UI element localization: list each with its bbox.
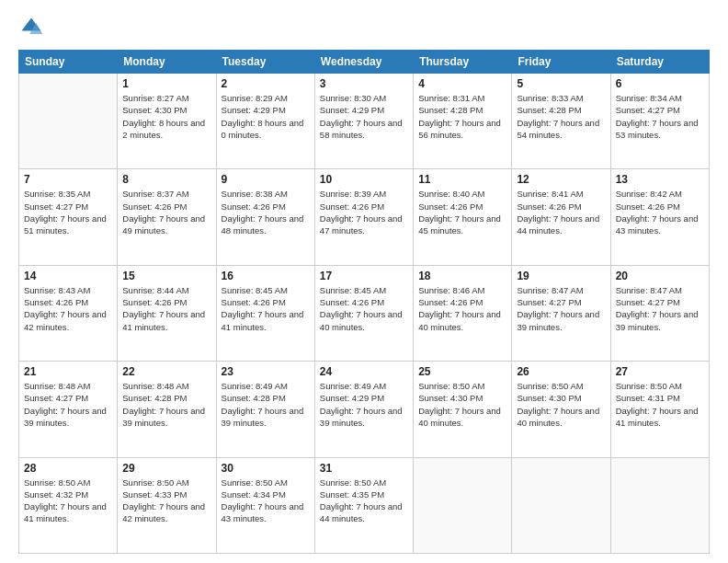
calendar-cell: 7 Sunrise: 8:35 AMSunset: 4:27 PMDayligh… [19,169,118,265]
calendar-cell: 26 Sunrise: 8:50 AMSunset: 4:30 PMDaylig… [512,362,610,457]
calendar-cell: 11 Sunrise: 8:40 AMSunset: 4:26 PMDaylig… [414,169,512,265]
calendar-cell: 3 Sunrise: 8:30 AMSunset: 4:29 PMDayligh… [314,74,413,169]
day-info: Sunrise: 8:45 AMSunset: 4:26 PMDaylight:… [320,284,408,333]
calendar-cell: 24 Sunrise: 8:49 AMSunset: 4:29 PMDaylig… [314,362,413,457]
calendar-week-row: 7 Sunrise: 8:35 AMSunset: 4:27 PMDayligh… [19,169,710,265]
calendar-cell: 17 Sunrise: 8:45 AMSunset: 4:26 PMDaylig… [314,265,413,361]
day-info: Sunrise: 8:50 AMSunset: 4:34 PMDaylight:… [222,477,310,525]
day-number: 11 [418,173,506,186]
day-number: 12 [517,173,605,186]
day-number: 1 [122,77,210,90]
day-info: Sunrise: 8:47 AMSunset: 4:27 PMDaylight:… [616,284,704,333]
calendar-cell: 4 Sunrise: 8:31 AMSunset: 4:28 PMDayligh… [414,74,512,169]
day-info: Sunrise: 8:50 AMSunset: 4:30 PMDaylight:… [418,380,506,429]
logo [18,15,48,40]
day-info: Sunrise: 8:31 AMSunset: 4:28 PMDaylight:… [418,92,506,141]
day-number: 23 [222,365,310,378]
day-number: 31 [320,462,408,475]
calendar-cell: 10 Sunrise: 8:39 AMSunset: 4:26 PMDaylig… [314,169,413,265]
day-info: Sunrise: 8:48 AMSunset: 4:28 PMDaylight:… [122,380,210,429]
calendar-cell: 20 Sunrise: 8:47 AMSunset: 4:27 PMDaylig… [610,265,709,361]
day-info: Sunrise: 8:50 AMSunset: 4:30 PMDaylight:… [517,380,605,429]
day-number: 27 [616,365,704,378]
day-info: Sunrise: 8:27 AMSunset: 4:30 PMDaylight:… [122,92,210,141]
day-number: 28 [24,462,112,475]
calendar-week-row: 21 Sunrise: 8:48 AMSunset: 4:27 PMDaylig… [19,362,710,457]
day-info: Sunrise: 8:39 AMSunset: 4:26 PMDaylight:… [320,188,408,236]
day-info: Sunrise: 8:46 AMSunset: 4:26 PMDaylight:… [418,284,506,333]
day-info: Sunrise: 8:47 AMSunset: 4:27 PMDaylight:… [517,284,605,333]
calendar-cell: 12 Sunrise: 8:41 AMSunset: 4:26 PMDaylig… [512,169,610,265]
calendar-cell: 19 Sunrise: 8:47 AMSunset: 4:27 PMDaylig… [512,265,610,361]
day-info: Sunrise: 8:50 AMSunset: 4:32 PMDaylight:… [24,477,112,525]
day-number: 29 [122,462,210,475]
calendar-header-monday: Monday [118,51,216,74]
day-number: 7 [24,173,112,186]
calendar-header-wednesday: Wednesday [314,51,413,74]
day-info: Sunrise: 8:50 AMSunset: 4:33 PMDaylight:… [122,477,210,525]
day-info: Sunrise: 8:37 AMSunset: 4:26 PMDaylight:… [122,188,210,236]
day-number: 3 [320,77,408,90]
calendar-header-tuesday: Tuesday [216,51,314,74]
day-number: 13 [616,173,704,186]
calendar-header-friday: Friday [512,51,610,74]
calendar-table: SundayMondayTuesdayWednesdayThursdayFrid… [18,50,710,554]
day-number: 9 [222,173,310,186]
calendar-cell: 18 Sunrise: 8:46 AMSunset: 4:26 PMDaylig… [414,265,512,361]
calendar-cell: 25 Sunrise: 8:50 AMSunset: 4:30 PMDaylig… [414,362,512,457]
day-info: Sunrise: 8:41 AMSunset: 4:26 PMDaylight:… [517,188,605,236]
day-number: 25 [418,365,506,378]
day-info: Sunrise: 8:49 AMSunset: 4:29 PMDaylight:… [320,380,408,429]
day-number: 16 [222,270,310,282]
day-number: 14 [24,270,112,282]
day-info: Sunrise: 8:49 AMSunset: 4:28 PMDaylight:… [222,380,310,429]
day-number: 2 [222,77,310,90]
calendar-header-thursday: Thursday [414,51,512,74]
calendar-cell [512,457,610,553]
page: SundayMondayTuesdayWednesdayThursdayFrid… [0,0,728,563]
day-number: 30 [222,462,310,475]
calendar-cell: 28 Sunrise: 8:50 AMSunset: 4:32 PMDaylig… [19,457,118,553]
day-number: 20 [616,270,704,282]
calendar-cell: 13 Sunrise: 8:42 AMSunset: 4:26 PMDaylig… [610,169,709,265]
day-number: 19 [517,270,605,282]
calendar-cell [19,74,118,169]
calendar-cell: 5 Sunrise: 8:33 AMSunset: 4:28 PMDayligh… [512,74,610,169]
day-info: Sunrise: 8:50 AMSunset: 4:31 PMDaylight:… [616,380,704,429]
day-number: 5 [517,77,605,90]
calendar-cell: 8 Sunrise: 8:37 AMSunset: 4:26 PMDayligh… [118,169,216,265]
day-number: 26 [517,365,605,378]
day-info: Sunrise: 8:48 AMSunset: 4:27 PMDaylight:… [24,380,112,429]
day-number: 18 [418,270,506,282]
day-info: Sunrise: 8:38 AMSunset: 4:26 PMDaylight:… [222,188,310,236]
day-info: Sunrise: 8:45 AMSunset: 4:26 PMDaylight:… [222,284,310,333]
day-info: Sunrise: 8:34 AMSunset: 4:27 PMDaylight:… [616,92,704,141]
day-info: Sunrise: 8:35 AMSunset: 4:27 PMDaylight:… [24,188,112,236]
calendar-cell: 6 Sunrise: 8:34 AMSunset: 4:27 PMDayligh… [610,74,709,169]
calendar-header-saturday: Saturday [610,51,709,74]
calendar-cell: 15 Sunrise: 8:44 AMSunset: 4:26 PMDaylig… [118,265,216,361]
calendar-cell: 23 Sunrise: 8:49 AMSunset: 4:28 PMDaylig… [216,362,314,457]
calendar-cell: 27 Sunrise: 8:50 AMSunset: 4:31 PMDaylig… [610,362,709,457]
calendar-cell: 29 Sunrise: 8:50 AMSunset: 4:33 PMDaylig… [118,457,216,553]
day-number: 15 [122,270,210,282]
day-number: 22 [122,365,210,378]
calendar-cell: 1 Sunrise: 8:27 AMSunset: 4:30 PMDayligh… [118,74,216,169]
calendar-header-row: SundayMondayTuesdayWednesdayThursdayFrid… [19,51,710,74]
calendar-cell [414,457,512,553]
calendar-cell: 9 Sunrise: 8:38 AMSunset: 4:26 PMDayligh… [216,169,314,265]
calendar-week-row: 1 Sunrise: 8:27 AMSunset: 4:30 PMDayligh… [19,74,710,169]
calendar-header-sunday: Sunday [19,51,118,74]
day-number: 17 [320,270,408,282]
day-info: Sunrise: 8:29 AMSunset: 4:29 PMDaylight:… [222,92,310,141]
calendar-cell: 14 Sunrise: 8:43 AMSunset: 4:26 PMDaylig… [19,265,118,361]
day-number: 4 [418,77,506,90]
day-info: Sunrise: 8:43 AMSunset: 4:26 PMDaylight:… [24,284,112,333]
day-info: Sunrise: 8:40 AMSunset: 4:26 PMDaylight:… [418,188,506,236]
header [18,15,710,40]
calendar-cell: 31 Sunrise: 8:50 AMSunset: 4:35 PMDaylig… [314,457,413,553]
day-info: Sunrise: 8:50 AMSunset: 4:35 PMDaylight:… [320,477,408,525]
day-number: 21 [24,365,112,378]
calendar-cell [610,457,709,553]
calendar-cell: 22 Sunrise: 8:48 AMSunset: 4:28 PMDaylig… [118,362,216,457]
